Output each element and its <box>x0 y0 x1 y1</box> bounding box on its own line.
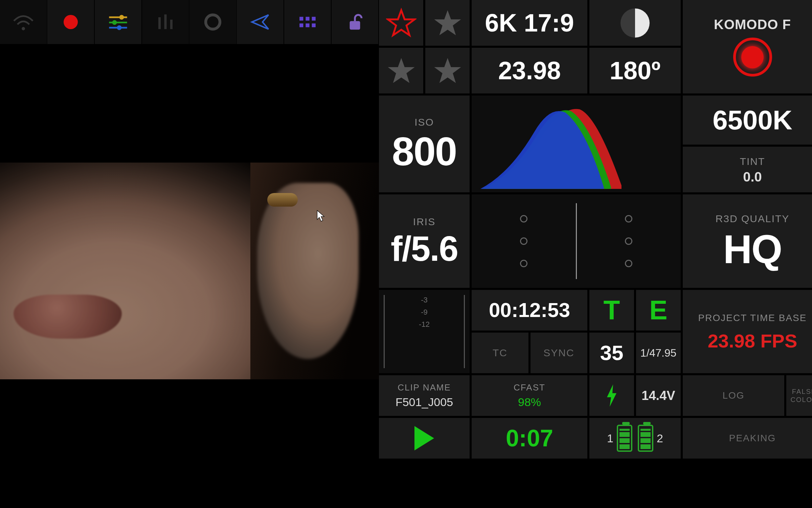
fps-cell[interactable]: 23.98 <box>472 48 587 93</box>
take-count-cell[interactable]: 35 <box>589 333 634 373</box>
unlock-button[interactable] <box>332 0 379 44</box>
iris-cell[interactable]: IRIS f/5.6 <box>379 194 470 288</box>
shutter-angle-cell[interactable]: 180º <box>589 48 681 93</box>
log-button[interactable]: LOG <box>683 375 784 416</box>
tc-sync-block: TC SYNC <box>472 333 587 373</box>
play-button[interactable] <box>379 418 470 459</box>
shutter-time-cell[interactable]: 1/47.95 <box>636 333 681 373</box>
battery-1-icon <box>617 425 632 452</box>
tc-button[interactable]: TC <box>472 333 528 373</box>
grid-button[interactable] <box>284 0 332 44</box>
svg-point-3 <box>119 15 124 20</box>
exposure-dots[interactable] <box>472 194 681 288</box>
kelvin-value: 6500K <box>713 107 792 134</box>
r3d-value: HQ <box>723 229 782 269</box>
send-button[interactable] <box>237 0 284 44</box>
shutter-icon-cell[interactable] <box>589 0 681 46</box>
audio-meter[interactable]: -3 -9 -12 <box>379 290 470 373</box>
sync-button[interactable]: SYNC <box>531 333 587 373</box>
svg-rect-18 <box>350 21 360 29</box>
tint-value: 0.0 <box>743 170 762 184</box>
svg-point-0 <box>22 27 25 30</box>
clip-time-cell[interactable]: 0:07 <box>472 418 587 459</box>
tint-label: TINT <box>740 156 765 167</box>
clip-name-value: F501_J005 <box>396 396 453 409</box>
resolution-cell[interactable]: 6K 17:9 <box>472 0 587 46</box>
svg-rect-12 <box>299 17 303 21</box>
voltage-cell[interactable]: 14.4V <box>636 375 681 416</box>
timecode-value: 00:12:53 <box>489 300 570 320</box>
svg-point-5 <box>112 20 117 25</box>
iso-value: 800 <box>392 131 457 171</box>
battery-cell[interactable]: 1 2 <box>589 418 681 459</box>
left-toolbar <box>0 0 379 44</box>
r3d-label: R3D QUALITY <box>716 213 790 225</box>
histogram[interactable] <box>472 96 681 192</box>
record-button[interactable] <box>47 0 95 44</box>
preview-image <box>0 163 379 379</box>
svg-rect-10 <box>170 20 173 29</box>
svg-point-11 <box>206 15 220 29</box>
shutter-angle-value: 180º <box>610 58 661 83</box>
iris-label: IRIS <box>413 216 435 228</box>
svg-point-1 <box>64 15 78 29</box>
preview-area <box>0 44 379 508</box>
play-icon <box>414 426 434 450</box>
iris-value: f/5.6 <box>391 231 458 266</box>
svg-rect-14 <box>312 17 316 21</box>
half-moon-icon <box>621 8 650 38</box>
svg-rect-8 <box>158 17 161 29</box>
false-color-button[interactable]: FALSE COLOR <box>786 375 812 416</box>
aperture-button[interactable] <box>189 0 237 44</box>
svg-rect-13 <box>306 17 309 21</box>
kelvin-cell[interactable]: 6500K <box>683 96 812 145</box>
power-icon-cell[interactable] <box>589 375 634 416</box>
ptb-value: 23.98 FPS <box>708 332 797 351</box>
camera-id-cell[interactable]: KOMODO F <box>683 0 812 93</box>
project-timebase-cell[interactable]: PROJECT TIME BASE 23.98 FPS <box>683 290 812 373</box>
svg-rect-9 <box>164 15 167 29</box>
control-panel: 6K 17:9 KOMODO F 23.98 180º ISO 800 <box>379 0 812 508</box>
svg-point-7 <box>117 25 122 30</box>
media-percent: 98% <box>518 396 541 409</box>
monitor-panel <box>0 0 379 508</box>
svg-rect-16 <box>306 23 309 27</box>
rating-block[interactable] <box>379 0 470 93</box>
iso-label: ISO <box>414 117 434 128</box>
audio-scale-3: -3 <box>419 294 430 306</box>
r3d-cell[interactable]: R3D QUALITY HQ <box>683 194 812 288</box>
bolt-icon <box>605 384 618 407</box>
audio-scale-12: -12 <box>419 318 430 331</box>
battery-2-icon <box>638 425 653 452</box>
record-indicator <box>733 38 772 77</box>
eq-button[interactable] <box>142 0 189 44</box>
clip-name-cell[interactable]: CLIP NAME F501_J005 <box>379 375 470 416</box>
svg-rect-15 <box>299 23 303 27</box>
media-cell[interactable]: CFAST 98% <box>472 375 587 416</box>
camera-name: KOMODO F <box>714 17 791 32</box>
timecode-cell[interactable]: 00:12:53 <box>472 290 587 331</box>
fps-value: 23.98 <box>498 58 561 83</box>
sliders-button[interactable] <box>95 0 142 44</box>
resolution-value: 6K 17:9 <box>485 10 574 36</box>
tint-cell[interactable]: TINT 0.0 <box>683 147 812 192</box>
wifi-button[interactable] <box>0 0 47 44</box>
svg-rect-17 <box>312 23 316 27</box>
e-indicator[interactable]: E <box>636 290 681 331</box>
t-indicator[interactable]: T <box>589 290 634 331</box>
ptb-label: PROJECT TIME BASE <box>698 313 807 323</box>
audio-scale-9: -9 <box>419 306 430 318</box>
iso-cell[interactable]: ISO 800 <box>379 96 470 192</box>
peaking-button[interactable]: PEAKING <box>683 418 812 459</box>
mouse-cursor <box>316 210 326 222</box>
